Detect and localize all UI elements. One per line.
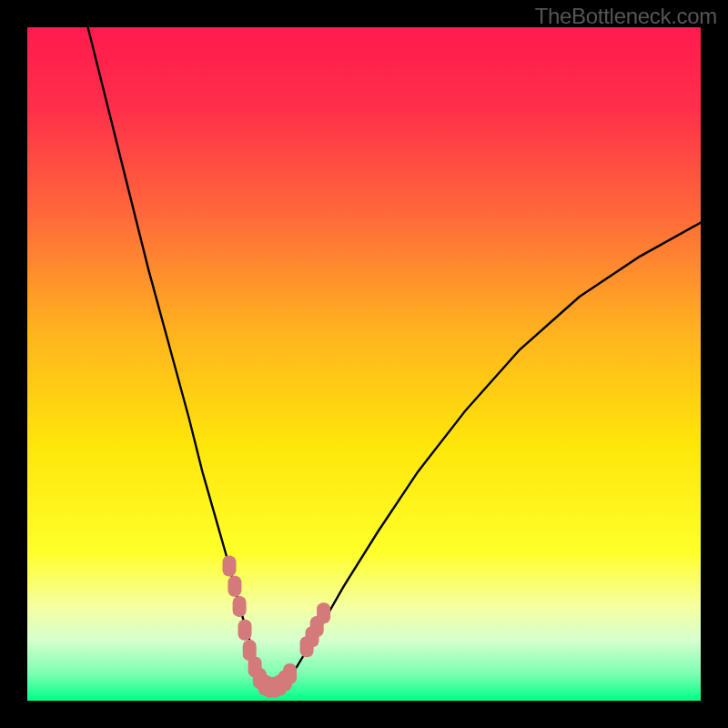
marker-group bbox=[223, 556, 331, 698]
curve-marker bbox=[223, 556, 237, 577]
curve-overlay bbox=[27, 27, 701, 701]
bottleneck-curve bbox=[88, 27, 701, 687]
curve-marker bbox=[233, 596, 247, 617]
curve-marker bbox=[317, 602, 330, 623]
watermark-text: TheBottleneck.com bbox=[535, 4, 717, 29]
chart-frame: TheBottleneck.com bbox=[0, 0, 728, 728]
curve-marker bbox=[283, 663, 297, 684]
curve-marker bbox=[238, 620, 252, 641]
plot-area bbox=[27, 27, 701, 701]
curve-marker bbox=[228, 576, 241, 597]
